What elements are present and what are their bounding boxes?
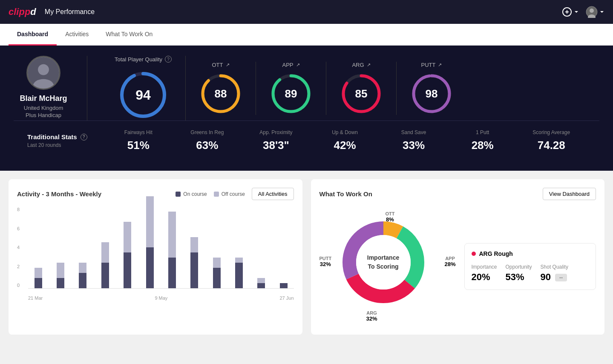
stat-proximity: App. Proximity 38'3": [242, 129, 311, 152]
bottom-panels: Activity - 3 Months - Weekly On course O…: [0, 171, 613, 343]
top-nav: clippd My Performance: [0, 0, 613, 24]
bar-on-2: [57, 278, 64, 288]
hero-section: Blair McHarg United Kingdom Plus Handica…: [0, 46, 613, 171]
y-label-2: 2: [17, 264, 20, 269]
bar-off-5: [124, 222, 131, 252]
arg-score: 85: [355, 87, 368, 100]
bar-off-4: [101, 242, 109, 263]
stat-updown: Up & Down 42%: [311, 129, 380, 152]
scores-section: Total Player Quality ? 94 OTT ↗: [87, 56, 599, 120]
player-name: Blair McHarg: [20, 94, 67, 103]
donut-center: Importance To Scoring: [337, 215, 430, 309]
profile-button[interactable]: [586, 6, 604, 18]
tab-dashboard[interactable]: Dashboard: [9, 24, 57, 46]
info-stats: Importance 20% Opportunity 53% Shot Qual…: [472, 264, 589, 283]
tab-activities[interactable]: Activities: [57, 24, 97, 46]
stat-gir: Greens In Reg 63%: [173, 129, 242, 152]
bar-group-4: [95, 242, 115, 288]
ott-segment-label: OTT 8%: [386, 211, 395, 223]
bar-off-11: [257, 278, 265, 283]
arg-label: ARG ↗: [352, 62, 370, 68]
chart-area: 8 6 4 2 0: [17, 207, 294, 301]
bar-group-11: [251, 278, 271, 288]
bar-off-2: [57, 263, 64, 278]
bar-on-11: [257, 283, 265, 288]
stats-label: Traditional Stats ?: [27, 133, 104, 140]
add-button[interactable]: [562, 7, 579, 17]
x-label-may: 9 May: [155, 295, 167, 301]
wtwo-content: Importance To Scoring OTT 8% APP 28% ARG…: [319, 207, 596, 326]
stat-fairways: Fairways Hit 51%: [104, 129, 173, 152]
y-label-8: 8: [17, 207, 20, 212]
ott-card: OTT ↗ 88: [186, 62, 256, 115]
tab-bar: Dashboard Activities What To Work On: [0, 24, 613, 46]
all-activities-button[interactable]: All Activities: [252, 188, 294, 200]
svg-point-4: [590, 9, 594, 13]
bar-on-12: [280, 283, 288, 288]
ott-score: 88: [215, 87, 227, 100]
avatar: [26, 56, 60, 90]
info-card-header: ARG Rough: [472, 250, 589, 257]
shot-quality-badge: ↔: [555, 274, 567, 281]
bar-on-1: [35, 278, 42, 288]
legend-on-course: On course: [176, 191, 207, 197]
stat-sandsave: Sand Save 33%: [379, 129, 448, 152]
total-score: 94: [135, 87, 151, 103]
arg-segment-label: ARG 32%: [366, 310, 377, 322]
app-score: 89: [285, 87, 297, 100]
bar-on-3: [79, 273, 86, 288]
bar-group-8: [184, 237, 204, 288]
wtwo-header: What To Work On View Dashboard: [319, 188, 596, 200]
svg-point-7: [38, 64, 49, 75]
putt-card: PUTT ↗ 98: [397, 62, 466, 115]
bar-off-1: [35, 268, 42, 278]
app-gauge: 89: [270, 72, 312, 115]
ott-gauge: 88: [199, 72, 242, 115]
legend-off-course: Off course: [214, 191, 245, 197]
stat-opportunity: Opportunity 53%: [506, 264, 532, 283]
on-course-dot: [176, 192, 181, 197]
arg-card: ARG ↗ 85: [326, 62, 397, 115]
app-label: APP ↗: [282, 62, 299, 68]
bar-on-6: [146, 247, 154, 288]
stat-oneputt: 1 Putt 28%: [448, 129, 517, 152]
profile-section: Blair McHarg United Kingdom Plus Handica…: [14, 56, 73, 118]
tab-what-to-work-on[interactable]: What To Work On: [97, 24, 161, 46]
chart-title: Activity - 3 Months - Weekly: [17, 190, 101, 198]
bar-group-12: [273, 283, 294, 288]
bar-on-4: [101, 263, 109, 288]
player-handicap: Plus Handicap: [26, 112, 61, 118]
bar-on-9: [213, 268, 221, 288]
stats-help-icon[interactable]: ?: [81, 134, 87, 140]
tpq-help-icon[interactable]: ?: [165, 56, 172, 63]
stats-row: Traditional Stats ? Last 20 rounds Fairw…: [14, 120, 599, 161]
stat-scoring: Scoring Average 74.28: [517, 129, 586, 152]
what-to-work-on-panel: What To Work On View Dashboard: [311, 179, 605, 335]
bar-group-7: [162, 212, 182, 288]
x-label-mar: 21 Mar: [28, 295, 43, 301]
y-label-4: 4: [17, 245, 20, 250]
bar-on-10: [235, 263, 243, 288]
nav-title: My Performance: [45, 8, 95, 16]
bar-group-9: [207, 258, 227, 288]
stats-sublabel: Last 20 rounds: [27, 142, 104, 148]
off-course-dot: [214, 192, 219, 197]
bar-off-7: [168, 212, 176, 258]
y-label-0: 0: [17, 283, 20, 288]
wtwo-title: What To Work On: [319, 190, 372, 198]
nav-left: clippd My Performance: [9, 6, 95, 17]
bar-group-6: [140, 196, 160, 288]
bar-group-5: [118, 222, 138, 288]
app-card: APP ↗ 89: [256, 62, 326, 115]
player-country: United Kingdom: [24, 105, 63, 111]
stats-label-section: Traditional Stats ? Last 20 rounds: [27, 133, 104, 148]
bar-group-1: [28, 268, 48, 288]
bar-off-6: [146, 196, 154, 247]
y-label-6: 6: [17, 226, 20, 231]
bar-off-8: [190, 237, 198, 252]
bar-group-3: [73, 263, 93, 288]
arg-gauge: 85: [340, 72, 383, 115]
bar-on-5: [124, 252, 131, 288]
view-dashboard-button[interactable]: View Dashboard: [543, 188, 596, 200]
chart-legend: On course Off course: [176, 191, 245, 197]
